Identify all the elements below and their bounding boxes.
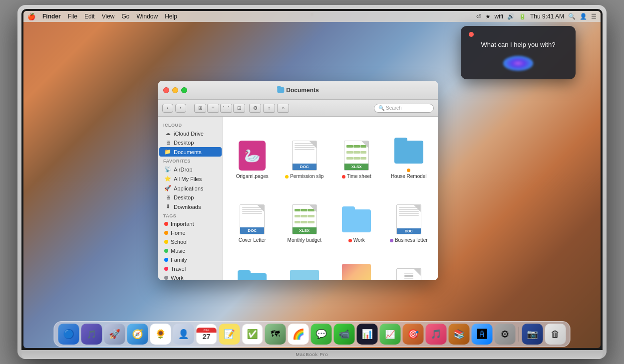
dock-keynote[interactable]: 🎯 bbox=[403, 324, 424, 345]
menubar-view[interactable]: View bbox=[102, 13, 115, 20]
dock-messages[interactable]: 💬 bbox=[311, 324, 332, 345]
file-house[interactable]: House Remodel bbox=[385, 122, 433, 182]
dock-numbers[interactable]: 📈 bbox=[380, 324, 401, 345]
icon-view-btn[interactable]: ⊞ bbox=[194, 104, 206, 113]
house-icon bbox=[393, 135, 425, 167]
menubar-go[interactable]: Go bbox=[122, 13, 130, 20]
sidebar-item-documents[interactable]: 📁 Documents bbox=[159, 147, 222, 157]
menubar-app-name[interactable]: Finder bbox=[42, 13, 61, 20]
siri-close-button[interactable] bbox=[469, 32, 474, 37]
wifi-icon: wifi bbox=[495, 13, 503, 20]
xlsx-cell bbox=[346, 157, 353, 160]
file-beach[interactable]: Day at the beach bbox=[281, 249, 329, 280]
screen: 🍎 Finder File Edit View Go Window Help ⏎… bbox=[23, 11, 601, 348]
file-origami[interactable]: 🦢 Origami.pages bbox=[228, 122, 277, 182]
search-icon[interactable]: 🔍 bbox=[568, 13, 576, 20]
dock-calendar[interactable]: CAL 27 bbox=[196, 324, 217, 345]
apple-menu[interactable]: 🍎 bbox=[27, 13, 35, 20]
close-button[interactable] bbox=[163, 87, 169, 93]
sidebar-tag-school[interactable]: School bbox=[159, 237, 222, 246]
origami-icon: 🦢 bbox=[236, 140, 268, 172]
finder-window[interactable]: Documents ‹ › ⊞ ≡ ⋮⋮ ⊡ ⚙ bbox=[158, 81, 438, 280]
downloads-label: Downloads bbox=[174, 204, 201, 210]
dock-finder[interactable]: 🔵 bbox=[58, 324, 79, 345]
dock-photos-app[interactable]: 🌻 bbox=[150, 324, 171, 345]
dock-reminders[interactable]: ✅ bbox=[242, 324, 263, 345]
sidebar-item-downloads[interactable]: ⬇ Downloads bbox=[159, 202, 222, 211]
sidebar-tag-work[interactable]: Work bbox=[159, 273, 222, 280]
dock-music[interactable]: 🎵 bbox=[426, 324, 447, 345]
menubar-file[interactable]: File bbox=[68, 13, 77, 20]
file-cover[interactable]: DOC Cover Letter bbox=[228, 185, 277, 245]
business-icon: DOC bbox=[393, 203, 425, 235]
gallery-view-btn[interactable]: ⊡ bbox=[233, 104, 245, 113]
list-view-btn[interactable]: ≡ bbox=[207, 104, 219, 113]
dock-books[interactable]: 📚 bbox=[449, 324, 470, 345]
file-summer[interactable]: Summer Plans bbox=[228, 249, 277, 280]
cupcakes-icon bbox=[340, 261, 372, 280]
sidebar-tag-travel[interactable]: Travel bbox=[159, 264, 222, 273]
column-view-btn[interactable]: ⋮⋮ bbox=[220, 104, 232, 113]
dock-appstore[interactable]: 🅰 bbox=[472, 324, 493, 345]
dock-contacts[interactable]: 👤 bbox=[173, 324, 194, 345]
work-tag-label: Work bbox=[171, 275, 183, 280]
sidebar-item-airdrop[interactable]: 📡 AirDrop bbox=[159, 165, 222, 174]
dock-screen-capture[interactable]: 📷 bbox=[522, 324, 543, 345]
dock-safari[interactable]: 🧭 bbox=[127, 324, 148, 345]
dock-system-prefs[interactable]: ⚙ bbox=[495, 324, 516, 345]
tag-btn[interactable]: ○ bbox=[277, 104, 289, 113]
sidebar-item-desktop-icloud[interactable]: 🖥 Desktop bbox=[159, 138, 222, 147]
sidebar-item-all-my-files[interactable]: ⭐ All My Files bbox=[159, 174, 222, 183]
back-button[interactable]: ‹ bbox=[162, 104, 173, 113]
file-timesheet[interactable]: XLSX Time sheet bbox=[332, 122, 381, 182]
cover-name: Cover Letter bbox=[239, 237, 266, 243]
documents-icon: 📁 bbox=[164, 149, 171, 155]
file-budget[interactable]: XLSX Monthly budget bbox=[281, 185, 329, 245]
file-permission[interactable]: DOC Permission slip bbox=[281, 122, 329, 182]
file-trip[interactable]: ZIP Derreks Trip.zip bbox=[385, 249, 433, 280]
file-cupcakes[interactable]: Birthday Cupcakes bbox=[332, 249, 381, 280]
permission-dot bbox=[285, 175, 289, 179]
sidebar-item-desktop[interactable]: 🖥 Desktop bbox=[159, 193, 222, 202]
dock-photos[interactable]: 🌈 bbox=[288, 324, 309, 345]
fullscreen-button[interactable] bbox=[181, 87, 187, 93]
house-dot bbox=[407, 169, 410, 172]
file-business[interactable]: DOC Business letter bbox=[385, 185, 433, 245]
file-work[interactable]: Work bbox=[332, 185, 381, 245]
macbook: 🍎 Finder File Edit View Go Window Help ⏎… bbox=[17, 5, 607, 359]
sidebar-item-applications[interactable]: 🚀 Applications bbox=[159, 183, 222, 193]
dock-launchpad[interactable]: 🚀 bbox=[104, 324, 125, 345]
search-box[interactable]: 🔍 Search bbox=[374, 104, 434, 113]
tags-section-label: Tags bbox=[158, 211, 223, 219]
search-placeholder: Search bbox=[386, 105, 402, 111]
dock-maps[interactable]: 🗺 bbox=[265, 324, 286, 345]
sidebar-tag-important[interactable]: Important bbox=[159, 219, 222, 228]
menubar-help[interactable]: Help bbox=[165, 13, 177, 20]
forward-button[interactable]: › bbox=[175, 104, 186, 113]
dock-notes[interactable]: 📝 bbox=[219, 324, 240, 345]
menubar-edit[interactable]: Edit bbox=[84, 13, 95, 20]
search-icon: 🔍 bbox=[378, 105, 384, 111]
xlsx-cell bbox=[308, 209, 314, 211]
applications-icon: 🚀 bbox=[164, 185, 171, 191]
dock-stocks[interactable]: 📊 bbox=[357, 324, 378, 345]
xlsx-cell bbox=[295, 215, 301, 217]
doc-type-label: DOC bbox=[293, 164, 316, 170]
dock-facetime[interactable]: 📹 bbox=[334, 324, 355, 345]
sidebar-tag-home[interactable]: Home bbox=[159, 228, 222, 237]
summer-icon bbox=[236, 267, 268, 280]
dock-siri[interactable]: 🎵 bbox=[81, 324, 102, 345]
minimize-button[interactable] bbox=[172, 87, 178, 93]
user-icon[interactable]: 👤 bbox=[580, 13, 587, 20]
sidebar-tag-family[interactable]: Family bbox=[159, 255, 222, 264]
doc-line bbox=[399, 211, 419, 212]
action-btn[interactable]: ⚙ bbox=[249, 104, 261, 113]
xlsx-cell bbox=[360, 145, 367, 148]
menubar-window[interactable]: Window bbox=[137, 13, 158, 20]
school-tag-label: School bbox=[171, 239, 188, 245]
control-center-icon[interactable]: ☰ bbox=[591, 13, 597, 20]
sidebar-tag-music[interactable]: Music bbox=[159, 246, 222, 255]
sidebar-item-icloud-drive[interactable]: ☁ iCloud Drive bbox=[159, 129, 222, 138]
dock-trash[interactable]: 🗑 bbox=[545, 324, 566, 345]
share-btn[interactable]: ↑ bbox=[263, 104, 275, 113]
